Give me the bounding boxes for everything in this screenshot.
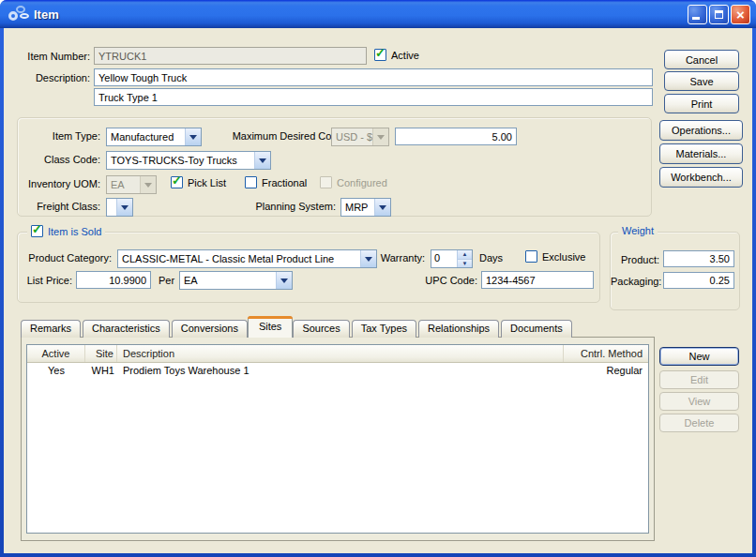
table-body: YesWH1Prodiem Toys Warehouse 1Regular xyxy=(27,363,648,379)
max-cost-input[interactable] xyxy=(395,128,517,145)
configured-checkbox: Configured xyxy=(320,176,387,188)
active-label: Active xyxy=(391,50,419,61)
fractional-label: Fractional xyxy=(262,177,307,188)
edit-button: Edit xyxy=(659,370,739,389)
weight-group: Weight Product: Packaging: xyxy=(610,232,740,310)
product-category-label: Product Category: xyxy=(22,252,112,263)
selected-value: EA xyxy=(107,179,140,190)
table-row[interactable]: YesWH1Prodiem Toys Warehouse 1Regular xyxy=(27,363,648,379)
table-header: ActiveSiteDescriptionCntrl. Method xyxy=(27,345,648,363)
item-type-label: Item Type: xyxy=(18,130,100,142)
workbench-button[interactable]: Workbench... xyxy=(659,167,743,188)
description-label: Description: xyxy=(9,72,90,83)
item-type-select[interactable]: Manufactured xyxy=(106,128,202,146)
freight-class-select[interactable] xyxy=(106,198,133,217)
freight-class-label: Freight Class: xyxy=(18,201,100,212)
selected-value: MRP xyxy=(341,202,374,213)
chevron-down-icon xyxy=(254,152,270,169)
per-label: Per xyxy=(159,275,174,286)
new-button[interactable]: New xyxy=(659,347,739,366)
active-checkbox[interactable]: ✓ Active xyxy=(374,49,419,61)
item-is-sold-title: Item is Sold xyxy=(48,226,101,237)
spin-down-icon[interactable]: ▼ xyxy=(458,259,472,268)
pick-list-label: Pick List xyxy=(188,177,226,188)
close-button[interactable]: × xyxy=(731,5,750,24)
weight-product-label: Product: xyxy=(611,254,659,265)
close-icon: × xyxy=(736,8,745,22)
inventory-uom-select: EA xyxy=(106,175,157,194)
print-button[interactable]: Print xyxy=(664,94,739,113)
selected-value: TOYS-TRUCKS-Toy Trucks xyxy=(107,155,254,166)
item-is-sold-group: ✓ Item is Sold Product Category: CLASSIC… xyxy=(17,232,600,303)
description-line1-input[interactable] xyxy=(94,68,653,86)
column-header-active[interactable]: Active xyxy=(27,345,85,362)
days-label: Days xyxy=(479,252,503,263)
minimize-button[interactable] xyxy=(688,5,707,24)
tab-sources[interactable]: Sources xyxy=(293,320,349,338)
maximize-button[interactable] xyxy=(709,5,729,24)
weight-packaging-input[interactable] xyxy=(663,272,734,289)
selected-value: USD - $ xyxy=(332,131,372,143)
column-header-site[interactable]: Site xyxy=(85,345,117,362)
warranty-label: Warranty: xyxy=(379,252,425,263)
list-price-label: List Price: xyxy=(22,275,72,286)
chevron-down-icon xyxy=(374,199,390,216)
exclusive-label: Exclusive xyxy=(542,251,585,263)
selected-value: EA xyxy=(180,275,276,286)
check-icon: ✓ xyxy=(32,222,42,236)
list-price-input[interactable] xyxy=(76,271,151,289)
titlebar[interactable]: Item × xyxy=(0,0,756,28)
cancel-button[interactable]: Cancel xyxy=(664,50,739,69)
item-attributes-group: Item Type: Manufactured Maximum Desired … xyxy=(17,117,652,217)
materials-button[interactable]: Materials... xyxy=(659,143,743,164)
delete-button: Delete xyxy=(659,414,739,432)
weight-product-input[interactable] xyxy=(663,250,734,267)
tab-tax-types[interactable]: Tax Types xyxy=(352,320,416,338)
minimize-icon xyxy=(692,17,700,20)
maximize-icon xyxy=(715,10,723,19)
configured-label: Configured xyxy=(337,177,387,188)
tab-bar: RemarksCharacteristicsConversionsSitesSo… xyxy=(21,316,574,338)
tab-documents[interactable]: Documents xyxy=(501,320,572,338)
column-header-cntrl-method[interactable]: Cntrl. Method xyxy=(564,345,648,362)
window-title: Item xyxy=(34,8,688,22)
sites-table: ActiveSiteDescriptionCntrl. Method YesWH… xyxy=(26,344,649,534)
weight-packaging-label: Packaging: xyxy=(611,276,661,287)
chevron-down-icon xyxy=(140,176,156,193)
weight-title: Weight xyxy=(622,225,654,236)
app-icon xyxy=(8,5,28,23)
chevron-down-icon xyxy=(276,272,292,289)
tab-characteristics[interactable]: Characteristics xyxy=(83,320,170,338)
inventory-uom-label: Inventory UOM: xyxy=(18,178,100,189)
max-desired-cost-label: Maximum Desired Cost: xyxy=(204,130,342,142)
item-window: Item × Item Number: ✓ Active Description… xyxy=(0,0,756,557)
class-code-select[interactable]: TOYS-TRUCKS-Toy Trucks xyxy=(106,151,271,170)
fractional-checkbox[interactable]: Fractional xyxy=(245,176,307,188)
planning-system-select[interactable]: MRP xyxy=(340,198,391,217)
tab-relationships[interactable]: Relationships xyxy=(418,320,499,338)
save-button[interactable]: Save xyxy=(664,71,739,91)
cell: Prodiem Toys Warehouse 1 xyxy=(117,363,564,379)
chevron-down-icon xyxy=(185,128,201,145)
product-category-select[interactable]: CLASSIC-METAL - Classic Metal Product Li… xyxy=(117,249,377,268)
tab-conversions[interactable]: Conversions xyxy=(172,320,248,338)
column-header-description[interactable]: Description xyxy=(117,345,564,362)
item-is-sold-checkbox[interactable]: ✓ xyxy=(31,225,43,237)
exclusive-checkbox[interactable]: Exclusive xyxy=(525,250,585,263)
check-icon: ✓ xyxy=(375,46,386,60)
selected-value: CLASSIC-METAL - Classic Metal Product Li… xyxy=(118,253,360,264)
pick-list-checkbox[interactable]: ✓ Pick List xyxy=(171,176,226,188)
tab-remarks[interactable]: Remarks xyxy=(21,320,81,338)
description-line2-input[interactable] xyxy=(94,88,653,106)
tab-content-pane: ActiveSiteDescriptionCntrl. Method YesWH… xyxy=(21,337,655,541)
per-uom-select[interactable]: EA xyxy=(179,271,293,290)
client-area: Item Number: ✓ Active Description: Cance… xyxy=(4,28,752,553)
tab-sites[interactable]: Sites xyxy=(248,316,293,338)
warranty-spinner[interactable]: 0 ▲ ▼ xyxy=(431,249,473,268)
operations-button[interactable]: Operations... xyxy=(659,120,743,141)
item-number-label: Item Number: xyxy=(9,51,90,62)
chevron-down-icon xyxy=(372,128,388,145)
cell: Yes xyxy=(27,363,85,379)
spin-up-icon[interactable]: ▲ xyxy=(458,250,472,259)
upc-code-input[interactable] xyxy=(481,271,594,289)
